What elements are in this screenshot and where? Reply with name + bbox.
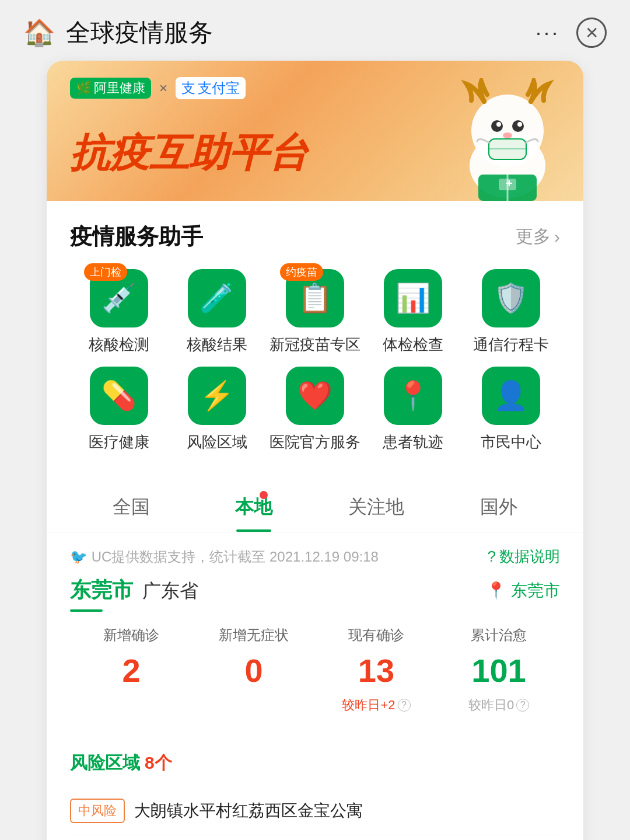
svg-point-5 <box>517 122 522 127</box>
home-icon[interactable]: 🏠 <box>23 18 55 48</box>
icon-item-medical[interactable]: 💊医疗健康 <box>70 367 168 452</box>
icon-wrapper: ❤️ <box>286 367 344 425</box>
banner: 阿里健康 × 支 支付宝 抗疫互助平台 <box>47 61 583 201</box>
icon-item-nucleic-result[interactable]: 🧪核酸结果 <box>168 269 266 355</box>
icon-bg-medical: 💊 <box>90 367 148 425</box>
icon-bg-nucleic-result: 🧪 <box>188 269 246 327</box>
stat-label: 新增无症状 <box>219 626 289 644</box>
icon-item-risk-zone[interactable]: ⚡风险区域 <box>168 367 266 452</box>
icon-bg-travel-card: 🛡️ <box>482 269 540 327</box>
risk-section: 风险区域 8个 中风险大朗镇水平村红荔西区金宝公寓中风险大朗镇大井头社区怡安路6… <box>47 740 583 840</box>
svg-point-2 <box>491 120 503 132</box>
icon-wrapper: 🧪 <box>188 269 246 327</box>
tab-following[interactable]: 关注地 <box>315 478 438 532</box>
city-name: 东莞市 <box>70 576 133 605</box>
icon-label: 通信行程卡 <box>473 334 549 355</box>
risk-item-risk-1[interactable]: 中风险大朗镇水平村红荔西区金宝公寓 <box>70 787 560 835</box>
info-icon[interactable]: ? <box>398 699 411 712</box>
tab-local[interactable]: 本地 <box>192 478 315 532</box>
current-location[interactable]: 📍 东莞市 <box>486 580 560 602</box>
stat-new-asymptomatic: 新增无症状0 <box>192 626 315 714</box>
icon-item-nucleic-test[interactable]: 上门检💉核酸检测 <box>70 269 168 355</box>
icon-item-citizen-center[interactable]: 👤市民中心 <box>462 367 560 452</box>
icon-wrapper: 🛡️ <box>482 269 540 327</box>
stat-sub: 较昨日0? <box>468 696 529 714</box>
icon-wrapper: ⚡ <box>188 367 246 425</box>
icon-item-travel-card[interactable]: 🛡️通信行程卡 <box>462 269 560 355</box>
banner-logos: 阿里健康 × 支 支付宝 <box>70 77 246 99</box>
icon-wrapper: 上门检💉 <box>90 269 148 327</box>
cross-icon: × <box>159 80 167 96</box>
stat-value: 13 <box>358 651 394 689</box>
stat-value: 0 <box>244 651 262 689</box>
badge-tag: 约疫苗 <box>280 263 323 281</box>
icon-label: 体检检查 <box>383 334 443 355</box>
province-name: 广东省 <box>142 578 198 604</box>
risk-address: 大朗镇水平村红荔西区金宝公寓 <box>134 799 363 823</box>
banner-mascot: + <box>449 78 566 201</box>
icon-item-vaccine[interactable]: 约疫苗📋新冠疫苗专区 <box>266 269 364 355</box>
icon-label: 核酸结果 <box>187 334 247 355</box>
icon-label: 医院官方服务 <box>270 432 360 452</box>
tabs-section: 全国本地关注地国外 <box>47 478 583 532</box>
data-explain-link[interactable]: ? 数据说明 <box>488 546 560 567</box>
icon-label: 市民中心 <box>481 432 541 452</box>
stat-label: 新增确诊 <box>103 626 159 644</box>
data-meta: 🐦 UC提供数据支持，统计截至 2021.12.19 09:18 ? 数据说明 <box>70 546 560 567</box>
more-options-icon[interactable]: ··· <box>536 20 560 45</box>
icon-bg-citizen-center: 👤 <box>482 367 540 425</box>
tab-national[interactable]: 全国 <box>70 478 192 532</box>
stat-value: 101 <box>471 651 526 689</box>
info-icon[interactable]: ? <box>516 699 529 712</box>
banner-title: 抗疫互助平台 <box>70 127 308 180</box>
icon-grid: 上门检💉核酸检测🧪核酸结果约疫苗📋新冠疫苗专区📊体检检查🛡️通信行程卡💊医疗健康… <box>70 269 560 452</box>
icon-bg-risk-zone: ⚡ <box>188 367 246 425</box>
stat-current-confirmed: 现有确诊13较昨日+2? <box>315 626 438 714</box>
main-card: 阿里健康 × 支 支付宝 抗疫互助平台 <box>47 61 583 840</box>
more-link[interactable]: 更多 › <box>516 225 560 249</box>
icon-label: 患者轨迹 <box>383 432 443 452</box>
svg-point-3 <box>512 120 524 132</box>
icon-item-hospital[interactable]: ❤️医院官方服务 <box>266 367 364 452</box>
risk-item-risk-2[interactable]: 中风险大朗镇大井头社区怡安路63号怡安时尚公寓 <box>70 835 560 840</box>
svg-point-6 <box>503 133 512 138</box>
alipay-logo: 支 支付宝 <box>176 77 246 99</box>
data-source: 🐦 UC提供数据支持，统计截至 2021.12.19 09:18 <box>70 548 379 566</box>
service-header: 疫情服务助手 更多 › <box>70 222 560 252</box>
stat-sub: 较昨日+2? <box>342 696 410 714</box>
risk-badge: 中风险 <box>70 799 125 823</box>
icon-label: 新冠疫苗专区 <box>270 334 360 355</box>
icon-item-patient-trace[interactable]: 📍患者轨迹 <box>364 367 462 452</box>
stats-grid: 新增确诊2新增无症状0现有确诊13较昨日+2?累计治愈101较昨日0? <box>70 626 560 714</box>
icon-wrapper: 📍 <box>384 367 442 425</box>
top-bar-right: ··· ✕ <box>536 18 607 48</box>
top-bar-left: 🏠 全球疫情服务 <box>23 16 213 49</box>
top-bar: 🏠 全球疫情服务 ··· ✕ <box>0 0 630 61</box>
icon-label: 风险区域 <box>187 432 247 452</box>
ali-health-logo: 阿里健康 <box>70 78 151 99</box>
service-section: 疫情服务助手 更多 › 上门检💉核酸检测🧪核酸结果约疫苗📋新冠疫苗专区📊体检检查… <box>47 201 583 469</box>
icon-bg-hospital: ❤️ <box>286 367 344 425</box>
icon-bg-patient-trace: 📍 <box>384 367 442 425</box>
tabs-row: 全国本地关注地国外 <box>47 478 583 532</box>
stat-total-cured: 累计治愈101较昨日0? <box>438 626 560 714</box>
icon-wrapper: 👤 <box>482 367 540 425</box>
location-left: 东莞市 广东省 <box>70 576 198 605</box>
close-icon: ✕ <box>585 23 598 43</box>
stat-value: 2 <box>122 651 140 689</box>
risk-count: 8个 <box>145 751 172 775</box>
data-section: 🐦 UC提供数据支持，统计截至 2021.12.19 09:18 ? 数据说明 … <box>47 532 583 740</box>
risk-header: 风险区域 8个 <box>70 751 560 775</box>
stat-label: 现有确诊 <box>348 626 404 644</box>
icon-item-checkup[interactable]: 📊体检检查 <box>364 269 462 355</box>
close-button[interactable]: ✕ <box>576 18 607 48</box>
icon-wrapper: 约疫苗📋 <box>286 269 344 327</box>
tab-overseas[interactable]: 国外 <box>438 478 560 532</box>
svg-text:+: + <box>506 177 513 190</box>
tab-notification-dot <box>260 491 268 499</box>
stat-new-confirmed: 新增确诊2 <box>70 626 192 714</box>
icon-label: 医疗健康 <box>89 432 149 452</box>
badge-tag: 上门检 <box>84 263 127 281</box>
service-title: 疫情服务助手 <box>70 222 203 252</box>
location-pin-icon: 📍 <box>486 581 506 600</box>
